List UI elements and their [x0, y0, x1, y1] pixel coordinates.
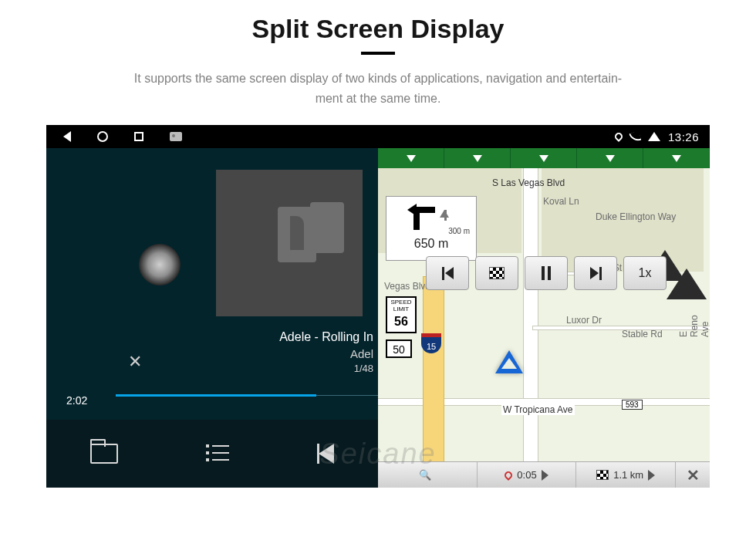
map-label: Vegas Blvd — [384, 281, 430, 292]
navigation-pane: 15 S Las Vegas Blvd Koval Ln Duke Elling… — [378, 148, 710, 488]
album-art-placeholder — [216, 170, 363, 316]
playlist-icon[interactable] — [206, 445, 229, 462]
map-canvas[interactable]: 15 S Las Vegas Blvd Koval Ln Duke Elling… — [378, 168, 710, 461]
back-icon[interactable] — [63, 131, 71, 142]
destination-button[interactable] — [475, 256, 518, 290]
eta-time: 0:05 — [478, 462, 577, 488]
title-divider — [361, 52, 395, 55]
current-speed-badge: 50 — [386, 339, 412, 358]
speed-limit-sign: SPEED LIMIT56 — [386, 296, 417, 333]
search-button[interactable]: 🔍 — [378, 462, 478, 488]
map-label: Luxor Dr — [566, 315, 602, 326]
map-label: Koval Ln — [543, 196, 579, 207]
current-turn-distance: 650 m — [414, 237, 448, 251]
pin-icon — [503, 470, 514, 481]
turn-instruction-box: 300 m 650 m — [386, 196, 477, 261]
chevron-right-icon — [542, 470, 548, 481]
phone-icon — [629, 130, 642, 144]
screenshot-icon[interactable] — [170, 132, 182, 141]
player-bottom-bar — [46, 420, 378, 488]
straight-icon — [440, 210, 449, 218]
android-statusbar: 13:26 — [46, 125, 710, 148]
track-title: Adele - Rolling In — [46, 330, 378, 344]
map-label: E Reno Ave — [678, 306, 710, 337]
clock: 13:26 — [668, 130, 699, 144]
turn-left-icon — [413, 207, 435, 230]
home-icon[interactable] — [97, 131, 108, 142]
previous-track-icon[interactable] — [317, 444, 334, 464]
road-number-badge: 593 — [622, 400, 643, 410]
page-title: Split Screen Display — [0, 14, 756, 44]
lane-guidance-bar — [378, 148, 710, 168]
location-icon — [613, 131, 624, 142]
wifi-icon — [648, 132, 660, 141]
close-nav-button[interactable]: ✕ — [676, 462, 710, 488]
playback-timeline[interactable]: 2:02 — [66, 393, 381, 410]
map-label: S Las Vegas Blvd — [492, 177, 565, 188]
music-player-pane: ✕ Adele - Rolling In Adel 1/48 2:02 — [46, 148, 378, 488]
page-subtitle: It supports the same screen display of t… — [31, 69, 725, 108]
vehicle-cursor-icon — [495, 350, 523, 373]
track-counter: 1/48 — [46, 363, 378, 374]
prev-waypoint-button[interactable] — [426, 256, 469, 290]
interstate-shield: 15 — [421, 333, 441, 353]
checkered-flag-icon — [596, 470, 609, 480]
elapsed-time: 2:02 — [66, 394, 87, 407]
browse-folder-icon[interactable] — [90, 444, 118, 464]
close-icon: ✕ — [687, 466, 700, 485]
album-art-glow — [139, 244, 181, 285]
map-control-row: 1x — [426, 256, 667, 290]
remaining-distance: 1.1 km — [576, 462, 676, 488]
chevron-right-icon — [648, 470, 655, 481]
next-waypoint-button[interactable] — [574, 256, 617, 290]
map-label: Stable Rd — [622, 329, 663, 339]
speed-multiplier-button[interactable]: 1x — [623, 256, 667, 290]
device-screenshot: 13:26 ✕ Adele - Rolling In Adel 1/48 2:0… — [46, 125, 710, 488]
map-label: Duke Ellington Way — [596, 211, 676, 222]
checkered-flag-icon — [489, 267, 505, 279]
track-artist: Adel — [46, 347, 378, 360]
nav-bottom-bar: 🔍 0:05 1.1 km ✕ — [378, 461, 710, 488]
pause-button[interactable] — [525, 256, 568, 290]
next-turn-distance: 300 m — [448, 227, 470, 235]
map-label: W Tropicana Ave — [501, 404, 575, 415]
recent-apps-icon[interactable] — [134, 132, 143, 141]
